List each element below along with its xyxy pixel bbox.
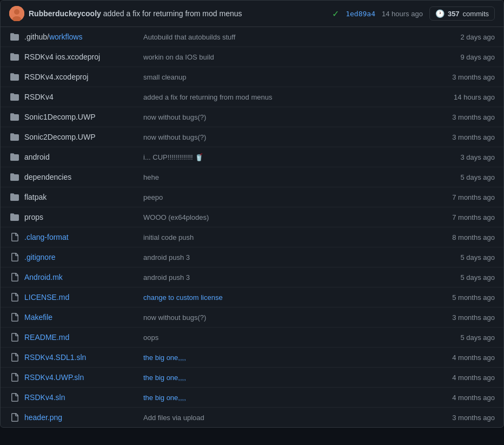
commit-count-number: 357: [448, 10, 460, 18]
folder-icon: [9, 172, 20, 182]
commit-count-button[interactable]: 🕐 357 commits: [429, 6, 495, 21]
commit-message-cell: the big one,,,,: [143, 354, 435, 362]
table-row: RSDKv4added a fix for returning from mod…: [1, 87, 503, 107]
folder-name-link[interactable]: Sonic2Decomp.UWP: [24, 133, 96, 141]
file-time-cell: 5 days ago: [435, 253, 495, 261]
folder-icon: [9, 192, 20, 202]
file-icon: [9, 332, 20, 343]
commit-message-cell: android push 3: [143, 253, 435, 261]
commit-message-link[interactable]: change to custom license: [143, 293, 223, 302]
file-name-link[interactable]: header.png: [24, 413, 62, 422]
folder-name-link[interactable]: props: [24, 213, 43, 221]
table-row: .github/workflowsAutobuild that autobuil…: [1, 27, 503, 47]
folder-name-link[interactable]: .github: [24, 32, 47, 41]
file-name-cell: Sonic2Decomp.UWP: [24, 133, 143, 141]
table-row: RSDKv4.SDL1.slnthe big one,,,,4 months a…: [1, 348, 503, 368]
file-time-cell: 3 months ago: [435, 313, 495, 322]
repo-file-browser: Rubberduckeycooly added a fix for return…: [0, 0, 504, 428]
commit-time: 14 hours ago: [382, 10, 423, 18]
folder-name-link[interactable]: RSDKv4 ios.xcodeproj: [24, 53, 100, 61]
file-name-cell: LICENSE.md: [24, 293, 143, 302]
file-name-cell: RSDKv4.SDL1.sln: [24, 353, 143, 362]
avatar: [9, 6, 24, 21]
file-time-cell: 3 days ago: [435, 153, 495, 161]
file-name-link[interactable]: RSDKv4.UWP.sln: [24, 373, 84, 382]
file-name-cell: RSDKv4.xcodeproj: [24, 73, 143, 81]
file-time-cell: 5 months ago: [435, 293, 495, 302]
commit-message-link[interactable]: the big one,,,,: [143, 394, 186, 402]
commit-header: Rubberduckeycooly added a fix for return…: [1, 1, 503, 27]
file-name-cell: android: [24, 153, 143, 161]
file-time-cell: 3 months ago: [435, 133, 495, 141]
commit-username[interactable]: Rubberduckeycooly: [29, 9, 101, 18]
table-row: Sonic2Decomp.UWPnow without bugs(?)3 mon…: [1, 127, 503, 147]
file-name-cell: flatpak: [24, 193, 143, 201]
folder-icon: [9, 212, 20, 222]
file-time-cell: 3 months ago: [435, 414, 495, 422]
file-time-cell: 9 days ago: [435, 53, 495, 61]
file-name-link[interactable]: RSDKv4.sln: [24, 393, 65, 402]
folder-icon: [9, 71, 20, 82]
folder-icon: [9, 132, 20, 142]
commit-message-cell: oops: [143, 333, 435, 342]
file-name-link[interactable]: RSDKv4.SDL1.sln: [24, 353, 86, 362]
table-row: propsWOOO (ex64plodes)7 months ago: [1, 207, 503, 227]
commit-message-cell: small cleanup: [143, 73, 435, 81]
file-name-link[interactable]: .gitignore: [24, 253, 56, 261]
file-icon: [9, 272, 20, 283]
file-name-link[interactable]: LICENSE.md: [24, 293, 69, 302]
commit-message-link[interactable]: the big one,,,,: [143, 374, 186, 382]
table-row: header.pngAdd files via upload3 months a…: [1, 408, 503, 427]
folder-name-link[interactable]: Sonic1Decomp.UWP: [24, 113, 96, 121]
commit-message-cell: i... CUP!!!!!!!!!!!!! 🥤: [143, 153, 435, 161]
file-name-link[interactable]: Makefile: [24, 313, 52, 322]
file-name-link[interactable]: Android.mk: [24, 273, 63, 282]
folder-name-link[interactable]: dependencies: [24, 173, 71, 181]
file-time-cell: 4 months ago: [435, 374, 495, 382]
file-name-cell: header.png: [24, 413, 143, 422]
file-name-link[interactable]: .clang-format: [24, 233, 69, 241]
file-name-link[interactable]: README.md: [24, 333, 69, 342]
table-row: Makefilenow without bugs(?)3 months ago: [1, 307, 503, 328]
folder-name-link[interactable]: RSDKv4: [24, 93, 54, 101]
commit-message-cell: the big one,,,,: [143, 394, 435, 402]
table-row: README.mdoops5 days ago: [1, 328, 503, 348]
table-row: androidi... CUP!!!!!!!!!!!!! 🥤3 days ago: [1, 147, 503, 167]
subfolder-name-link[interactable]: workflows: [49, 32, 82, 41]
table-row: dependencieshehe5 days ago: [1, 167, 503, 187]
file-icon: [9, 232, 20, 243]
folder-icon: [9, 152, 20, 162]
commit-message-cell: workin on da IOS build: [143, 53, 435, 61]
folder-name-link[interactable]: flatpak: [24, 193, 47, 201]
check-icon: ✓: [332, 9, 339, 19]
file-name-cell: Makefile: [24, 313, 143, 322]
file-name-cell: Sonic1Decomp.UWP: [24, 113, 143, 121]
file-name-cell: .github/workflows: [24, 32, 143, 41]
file-time-cell: 7 months ago: [435, 213, 495, 221]
folder-name-link[interactable]: android: [24, 153, 50, 161]
table-row: RSDKv4 ios.xcodeprojworkin on da IOS bui…: [1, 47, 503, 67]
commit-message-cell: WOOO (ex64plodes): [143, 213, 435, 221]
file-time-cell: 2 days ago: [435, 33, 495, 41]
folder-name-link[interactable]: RSDKv4.xcodeproj: [24, 73, 88, 81]
table-row: RSDKv4.slnthe big one,,,,4 months ago: [1, 388, 503, 408]
file-name-cell: RSDKv4: [24, 93, 143, 101]
commit-hash-link[interactable]: 1ed89a4: [346, 10, 375, 18]
commit-message-cell: initial code push: [143, 233, 435, 241]
commit-header-left: Rubberduckeycooly added a fix for return…: [9, 6, 328, 21]
file-time-cell: 3 months ago: [435, 73, 495, 81]
commit-check-status: ✓: [332, 9, 339, 19]
table-row: .clang-formatinitial code push8 months a…: [1, 227, 503, 247]
history-icon: 🕐: [435, 9, 445, 18]
commit-message-text: added a fix for returning from mod menus: [103, 9, 242, 18]
commit-message-cell: android push 3: [143, 273, 435, 282]
commit-message-cell: now without bugs(?): [143, 133, 435, 141]
file-time-cell: 4 months ago: [435, 394, 495, 402]
file-name-cell: Android.mk: [24, 273, 143, 282]
table-row: flatpakpeepo7 months ago: [1, 187, 503, 207]
commit-message-cell: peepo: [143, 193, 435, 201]
file-time-cell: 8 months ago: [435, 233, 495, 241]
commit-message-link[interactable]: the big one,,,,: [143, 354, 186, 362]
file-name-cell: README.md: [24, 333, 143, 342]
table-row: RSDKv4.UWP.slnthe big one,,,,4 months ag…: [1, 368, 503, 388]
